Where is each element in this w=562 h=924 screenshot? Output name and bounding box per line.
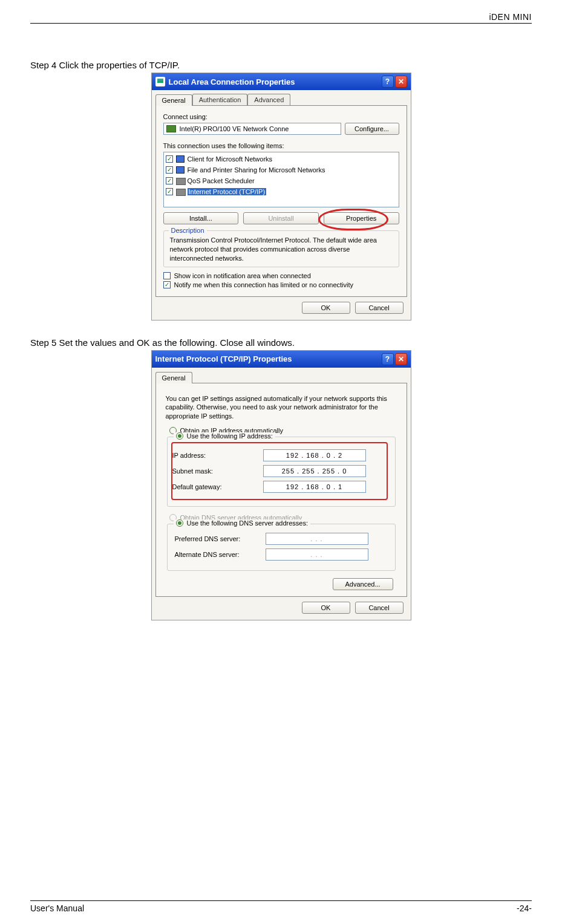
list-item[interactable]: QoS Packet Scheduler xyxy=(166,175,397,186)
dialog-title: Local Area Connection Properties xyxy=(169,77,295,86)
step5-text: Step 5 Set the values and OK as the foll… xyxy=(30,337,532,348)
configure-button[interactable]: Configure... xyxy=(345,123,399,135)
client-icon xyxy=(175,154,185,164)
default-gateway-input[interactable]: 192 . 168 . 0 . 1 xyxy=(263,481,366,493)
footer-right: -24- xyxy=(517,903,532,913)
footer-left: User's Manual xyxy=(30,903,84,913)
checkbox-icon[interactable] xyxy=(166,155,173,163)
list-item[interactable]: File and Printer Sharing for Microsoft N… xyxy=(166,164,397,175)
install-button[interactable]: Install... xyxy=(163,212,239,224)
description-text: Transmission Control Protocol/Internet P… xyxy=(170,236,393,263)
ip-address-input[interactable]: 192 . 168 . 0 . 2 xyxy=(263,449,366,461)
checkbox-icon[interactable] xyxy=(166,177,173,184)
dialog-title: Internet Protocol (TCP/IP) Properties xyxy=(155,354,292,363)
qos-icon xyxy=(175,176,185,186)
list-item-label: QoS Packet Scheduler xyxy=(188,177,255,184)
connect-using-label: Connect using: xyxy=(163,113,399,120)
ok-button[interactable]: OK xyxy=(302,602,350,614)
list-item-selected[interactable]: Internet Protocol (TCP/IP) xyxy=(166,186,397,197)
description-legend: Description xyxy=(169,227,207,234)
page-footer: User's Manual -24- xyxy=(30,900,532,913)
default-gateway-label: Default gateway: xyxy=(172,483,263,490)
alternate-dns-input[interactable]: . . . xyxy=(266,548,368,561)
cancel-button[interactable]: Cancel xyxy=(355,302,404,314)
use-dns-radio[interactable] xyxy=(176,519,183,527)
close-button[interactable]: ✕ xyxy=(395,353,407,365)
checkbox-icon[interactable] xyxy=(166,166,173,174)
component-listbox[interactable]: Client for Microsoft Networks File and P… xyxy=(163,152,399,207)
adapter-field: Intel(R) PRO/100 VE Network Conne xyxy=(163,123,341,135)
help-button[interactable]: ? xyxy=(382,76,394,88)
items-label: This connection uses the following items… xyxy=(163,142,399,149)
list-item-label: Internet Protocol (TCP/IP) xyxy=(188,188,267,195)
preferred-dns-label: Preferred DNS server: xyxy=(175,535,266,542)
close-button[interactable]: ✕ xyxy=(395,76,407,88)
show-icon-label: Show icon in notification area when conn… xyxy=(174,272,311,279)
use-ip-radio[interactable] xyxy=(176,432,183,440)
advanced-button[interactable]: Advanced... xyxy=(333,578,393,590)
use-dns-label: Use the following DNS server addresses: xyxy=(187,519,309,527)
nic-icon xyxy=(166,125,176,132)
tcpip-properties-dialog: Internet Protocol (TCP/IP) Properties ? … xyxy=(151,350,411,621)
properties-button[interactable]: Properties xyxy=(324,212,399,224)
titlebar[interactable]: Internet Protocol (TCP/IP) Properties ? … xyxy=(152,351,411,368)
ok-button[interactable]: OK xyxy=(302,302,350,314)
notify-checkbox[interactable] xyxy=(163,281,171,288)
use-ip-label: Use the following IP address: xyxy=(187,432,273,440)
header-title: iDEN MINI xyxy=(30,12,532,22)
description-fieldset: Description Transmission Control Protoco… xyxy=(163,230,399,267)
use-dns-group: Use the following DNS server addresses: … xyxy=(167,524,396,571)
list-item[interactable]: Client for Microsoft Networks xyxy=(166,154,397,164)
help-button[interactable]: ? xyxy=(382,353,394,365)
header-rule xyxy=(30,23,532,24)
subnet-mask-input[interactable]: 255 . 255 . 255 . 0 xyxy=(263,465,366,477)
intro-text: You can get IP settings assigned automat… xyxy=(166,394,397,421)
list-item-label: File and Printer Sharing for Microsoft N… xyxy=(188,166,325,174)
tab-advanced[interactable]: Advanced xyxy=(247,94,290,105)
preferred-dns-input[interactable]: . . . xyxy=(266,533,368,545)
list-item-label: Client for Microsoft Networks xyxy=(188,155,273,163)
ip-address-label: IP address: xyxy=(172,452,263,459)
service-icon xyxy=(175,165,185,175)
tab-general[interactable]: General xyxy=(155,372,192,383)
tab-strip: General Authentication Advanced xyxy=(155,94,407,105)
lan-properties-dialog: Local Area Connection Properties ? ✕ Gen… xyxy=(151,73,411,320)
uninstall-button: Uninstall xyxy=(243,212,319,224)
tab-general[interactable]: General xyxy=(155,94,192,106)
network-icon xyxy=(155,77,165,86)
subnet-mask-label: Subnet mask: xyxy=(172,467,263,475)
titlebar[interactable]: Local Area Connection Properties ? ✕ xyxy=(152,73,411,90)
use-ip-group: Use the following IP address: IP address… xyxy=(167,437,396,507)
highlighted-ip-area: IP address: 192 . 168 . 0 . 2 Subnet mas… xyxy=(171,442,388,500)
step4-text: Step 4 Click the properties of TCP/IP. xyxy=(30,60,532,70)
cancel-button[interactable]: Cancel xyxy=(355,602,404,614)
notify-label: Notify me when this connection has limit… xyxy=(174,281,354,288)
tab-strip: General xyxy=(155,371,407,383)
adapter-name: Intel(R) PRO/100 VE Network Conne xyxy=(180,125,289,132)
tab-authentication[interactable]: Authentication xyxy=(192,94,248,105)
checkbox-icon[interactable] xyxy=(166,188,173,195)
tcpip-icon xyxy=(175,187,185,197)
alternate-dns-label: Alternate DNS server: xyxy=(175,551,266,558)
show-icon-checkbox[interactable] xyxy=(163,272,171,279)
